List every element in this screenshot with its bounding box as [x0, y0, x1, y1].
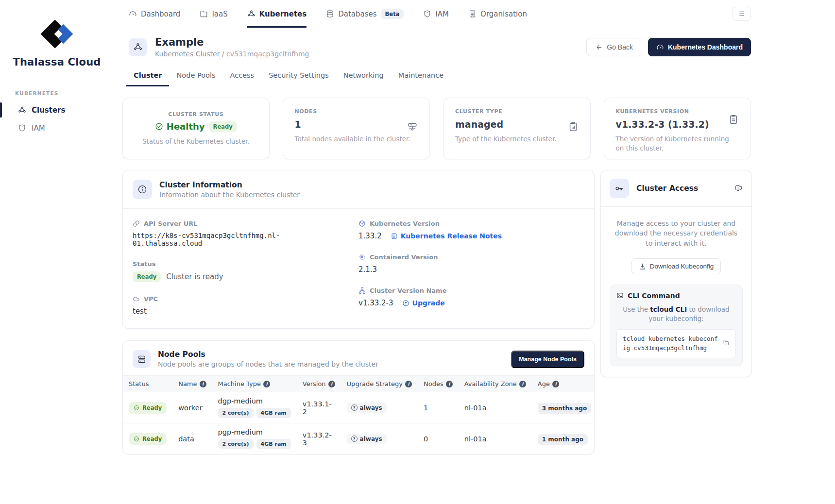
cluster-status-card: CLUSTER STATUS Healthy Ready Status of t… [122, 98, 270, 159]
question-icon: ? [351, 404, 358, 411]
panel-title: Cluster Information [159, 181, 300, 189]
info-right-column: Kubernetes Version 1.33.2 Kubernetes Rel… [358, 220, 584, 316]
nav-item-kubernetes[interactable]: Kubernetes [247, 0, 307, 28]
link-label: Upgrade [412, 299, 445, 307]
vpc-value: test [133, 307, 344, 316]
card-description: Status of the Kubernetes cluster. [142, 137, 250, 146]
cluster-version-name-label: Cluster Version Name [358, 287, 570, 294]
pool-nodes: 0 [418, 423, 459, 454]
sidebar-section-label: KUBERNETES [15, 90, 114, 96]
col-name[interactable]: Namei [172, 376, 212, 392]
key-icon [614, 184, 624, 193]
nodes-count: 1 [295, 119, 418, 130]
clipboard-icon [728, 114, 739, 126]
app-root: Thalassa Cloud KUBERNETES Clusters IAM D… [0, 0, 835, 504]
pool-version: v1.33.2-3 [297, 423, 341, 454]
col-upgrade-strategy[interactable]: Upgrade Strategyi [341, 376, 418, 392]
strategy-label: always [360, 404, 382, 411]
thalassa-logo-icon [38, 18, 75, 50]
breadcrumb-type: Kubernetes Cluster / [155, 50, 226, 58]
card-label: CLUSTER STATUS [168, 111, 223, 118]
brand: Thalassa Cloud [0, 18, 114, 68]
api-server-url-value: https://k8s-cv531mqacp3gcltnfhmg.nl-01.t… [133, 232, 344, 247]
check-circle-icon [134, 405, 139, 411]
machine-type: pgp-medium [218, 428, 291, 436]
database-icon [326, 10, 334, 18]
gauge-icon [129, 10, 137, 18]
tab-node-pools[interactable]: Node Pools [169, 66, 222, 86]
age-badge: 3 months ago [538, 403, 591, 414]
menu-button[interactable]: ☰ [733, 7, 751, 21]
upgrade-link[interactable]: Upgrade [402, 299, 445, 307]
col-label: Machine Type [218, 380, 261, 387]
main-area: Dashboard IaaS Kubernetes Databases Beta… [114, 0, 835, 504]
nav-label: IaaS [212, 10, 227, 18]
ram-badge: 4GB ram [256, 408, 291, 418]
upgrade-icon [402, 300, 409, 307]
table-row[interactable]: Ready worker dgp-medium 2 core(s) 4GB ra… [123, 392, 595, 423]
kubernetes-version-value: v1.33.2-3 (1.33.2) [616, 119, 739, 130]
gauge-icon [656, 43, 664, 51]
download-kubeconfig-button[interactable]: Download Kubeconfig [631, 258, 721, 274]
kubernetes-icon [133, 42, 143, 52]
node-pools-table: Status Namei Machine Typei Versioni Upgr… [123, 375, 595, 454]
pool-version: v1.33.1-2 [297, 392, 341, 423]
field-label: Containerd Version [370, 253, 438, 261]
nav-item-iam[interactable]: IAM [423, 0, 449, 28]
node-pools-header: Node Pools Node pools are groups of node… [123, 341, 594, 375]
cloud-download-icon[interactable] [733, 183, 743, 194]
col-label: Nodes [424, 380, 443, 387]
nav-item-dashboard[interactable]: Dashboard [129, 0, 180, 28]
col-version[interactable]: Versioni [297, 376, 341, 392]
col-label: Availability Zone [464, 380, 517, 387]
nav-item-iaas[interactable]: IaaS [200, 0, 227, 28]
col-machine-type[interactable]: Machine Typei [212, 376, 297, 392]
notes-icon [391, 233, 398, 240]
cluster-icon-tile [129, 38, 147, 56]
containerd-version-label: Containerd Version [358, 253, 570, 261]
tab-networking[interactable]: Networking [336, 66, 391, 86]
pool-name: data [172, 423, 212, 454]
col-label: Status [129, 380, 149, 387]
col-status[interactable]: Status [123, 376, 172, 392]
left-column: Cluster Information Information about th… [122, 170, 595, 454]
pool-zone: nl-01a [459, 392, 532, 423]
cluster-information-body: API Server URL https://k8s-cv531mqacp3gc… [123, 209, 594, 328]
table-row[interactable]: Ready data pgp-medium 2 core(s) 4GB ram [123, 423, 595, 454]
healthy-value: Healthy [155, 121, 205, 132]
panel-subtitle: Node pools are groups of nodes that are … [158, 360, 378, 368]
tab-cluster[interactable]: Cluster [126, 66, 169, 86]
tab-access[interactable]: Access [223, 66, 262, 86]
tab-security-settings[interactable]: Security Settings [261, 66, 336, 86]
info-icon: i [328, 381, 335, 387]
field-label: VPC [144, 295, 158, 302]
sidebar-item-clusters[interactable]: Clusters [0, 101, 114, 119]
nodes-card: NODES 1 Total nodes available in the clu… [283, 98, 430, 159]
nav-item-databases[interactable]: Databases Beta [326, 0, 404, 28]
server-network-icon [407, 121, 418, 134]
field-label: API Server URL [144, 220, 198, 227]
check-circle-icon [155, 122, 163, 131]
machine-type-cell: pgp-medium 2 core(s) 4GB ram [212, 423, 297, 454]
cli-title-label: CLI Command [628, 292, 680, 300]
clipboard-chart-icon [568, 121, 579, 134]
field-label: Status [133, 260, 156, 268]
tab-maintenance[interactable]: Maintenance [391, 66, 451, 86]
kubernetes-dashboard-button[interactable]: Kubernetes Dashboard [648, 38, 751, 56]
nav-item-organisation[interactable]: Organisation [468, 0, 527, 28]
nav-label: Dashboard [141, 10, 180, 18]
col-age[interactable]: Agei [532, 376, 595, 392]
col-nodes[interactable]: Nodesi [418, 376, 459, 392]
col-label: Version [303, 380, 326, 387]
manage-node-pools-button[interactable]: Manage Node Pools [511, 351, 584, 368]
col-availability-zone[interactable]: Availability Zonei [459, 376, 532, 392]
panel-title: Cluster Access [636, 184, 698, 193]
copy-icon[interactable] [722, 339, 730, 348]
beta-badge: Beta [381, 9, 404, 19]
sidebar-item-iam[interactable]: IAM [0, 119, 114, 137]
go-back-button[interactable]: Go Back [586, 38, 642, 56]
cluster-information-panel: Cluster Information Information about th… [122, 170, 595, 329]
col-label: Age [538, 380, 550, 387]
release-notes-link[interactable]: Kubernetes Release Notes [391, 232, 502, 240]
machine-type-cell: dgp-medium 2 core(s) 4GB ram [212, 392, 297, 423]
